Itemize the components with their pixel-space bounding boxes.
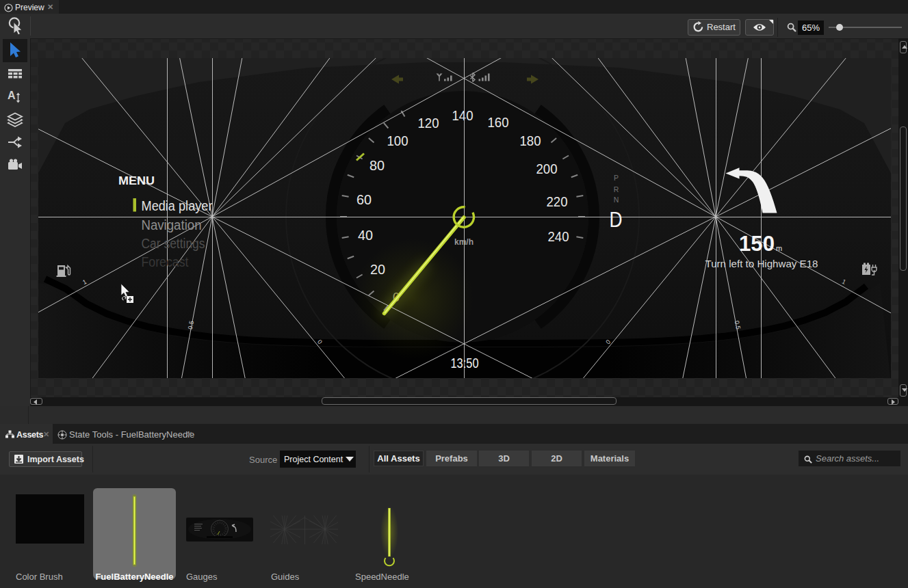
svg-text:m: m	[776, 244, 782, 252]
svg-text:R: R	[614, 185, 619, 193]
svg-text:Navigation: Navigation	[142, 217, 202, 232]
svg-text:km/h: km/h	[454, 237, 474, 247]
svg-text:A: A	[8, 90, 16, 101]
svg-text:150: 150	[739, 231, 775, 256]
svg-text:Media player: Media player	[142, 198, 213, 213]
svg-text:200: 200	[536, 161, 558, 176]
svg-text:60: 60	[356, 191, 372, 207]
svg-text:100: 100	[387, 133, 408, 148]
svg-text:40: 40	[358, 227, 373, 243]
svg-text:140: 140	[452, 107, 474, 123]
svg-text:80: 80	[369, 157, 385, 173]
svg-text:20: 20	[370, 261, 385, 277]
svg-text:240: 240	[548, 228, 569, 244]
svg-text:N: N	[614, 196, 619, 204]
svg-text:MENU: MENU	[118, 175, 155, 187]
svg-text:Turn left to Highway E18: Turn left to Highway E18	[705, 258, 818, 269]
svg-text:P: P	[614, 174, 619, 182]
svg-text:Car settings: Car settings	[142, 236, 205, 251]
svg-text:120: 120	[418, 115, 439, 131]
svg-text:13:50: 13:50	[451, 356, 479, 371]
svg-text:220: 220	[547, 193, 568, 209]
svg-text:180: 180	[520, 133, 541, 148]
svg-text:D: D	[610, 207, 623, 232]
svg-text:160: 160	[488, 114, 509, 130]
svg-text:Forecast: Forecast	[142, 254, 189, 269]
